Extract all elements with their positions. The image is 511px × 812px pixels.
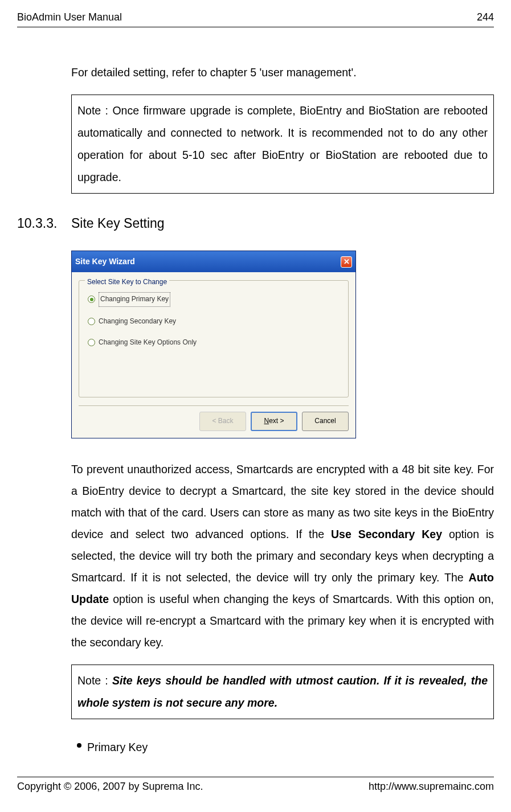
- radio-changing-options-only[interactable]: Changing Site Key Options Only: [88, 336, 342, 349]
- radio-label: Changing Site Key Options Only: [99, 336, 197, 349]
- screenshot-wrap: Site Key Wizard ✕ Select Site Key to Cha…: [71, 251, 494, 438]
- next-button[interactable]: Next >: [251, 412, 297, 430]
- button-row: < Back Next > Cancel: [79, 412, 349, 430]
- page-header: BioAdmin User Manual 244: [17, 11, 494, 27]
- section-title: Site Key Setting: [71, 211, 165, 236]
- radio-icon: [88, 318, 95, 325]
- dialog-titlebar: Site Key Wizard ✕: [72, 251, 355, 272]
- note-2-prefix: Note :: [77, 674, 112, 687]
- bullet-icon: [77, 743, 81, 748]
- close-icon: ✕: [344, 258, 350, 265]
- back-button-label: < Back: [212, 417, 233, 425]
- dialog-title: Site Key Wizard: [75, 254, 135, 269]
- radio-icon: [88, 296, 95, 303]
- separator: [79, 405, 349, 406]
- site-key-wizard-dialog: Site Key Wizard ✕ Select Site Key to Cha…: [71, 251, 356, 438]
- radio-label: Changing Primary Key: [99, 292, 170, 306]
- back-button: < Back: [199, 412, 246, 430]
- dialog-body: Select Site Key to Change Changing Prima…: [72, 272, 355, 438]
- note-box-1: Note : Once firmware upgrade is complete…: [71, 95, 494, 194]
- radio-label: Changing Secondary Key: [99, 315, 176, 328]
- header-left: BioAdmin User Manual: [17, 11, 122, 23]
- group-legend: Select Site Key to Change: [85, 276, 169, 289]
- note-1-text: Note : Once firmware upgrade is complete…: [77, 104, 488, 183]
- radio-icon: [88, 339, 95, 346]
- body-text-3: option is useful when changing the keys …: [71, 593, 494, 649]
- footer-url: http://www.supremainc.com: [369, 781, 494, 793]
- radio-changing-secondary-key[interactable]: Changing Secondary Key: [88, 315, 342, 328]
- note-2-emphasis: Site keys should be handled with utmost …: [77, 674, 488, 709]
- bullet-primary-key: Primary Key: [71, 736, 494, 758]
- select-site-key-group: Select Site Key to Change Changing Prima…: [79, 280, 349, 397]
- cancel-button[interactable]: Cancel: [302, 412, 349, 430]
- use-secondary-key-term: Use Secondary Key: [331, 528, 442, 540]
- next-button-label: Next >: [264, 417, 284, 425]
- page-number: 244: [477, 11, 494, 23]
- radio-changing-primary-key[interactable]: Changing Primary Key: [88, 292, 342, 306]
- intro-text: For detailed setting, refer to chapter 5…: [71, 61, 494, 83]
- section-number: 10.3.3.: [17, 211, 71, 236]
- copyright-text: Copyright © 2006, 2007 by Suprema Inc.: [17, 781, 203, 793]
- bullet-label: Primary Key: [87, 736, 148, 758]
- section-heading: 10.3.3. Site Key Setting: [17, 211, 494, 236]
- page-footer: Copyright © 2006, 2007 by Suprema Inc. h…: [17, 777, 494, 793]
- body-paragraph: To prevent unauthorized access, Smartcar…: [71, 458, 494, 653]
- content-area: For detailed setting, refer to chapter 5…: [17, 61, 494, 758]
- cancel-button-label: Cancel: [314, 417, 336, 425]
- close-button[interactable]: ✕: [341, 256, 352, 268]
- note-box-2: Note : Site keys should be handled with …: [71, 665, 494, 719]
